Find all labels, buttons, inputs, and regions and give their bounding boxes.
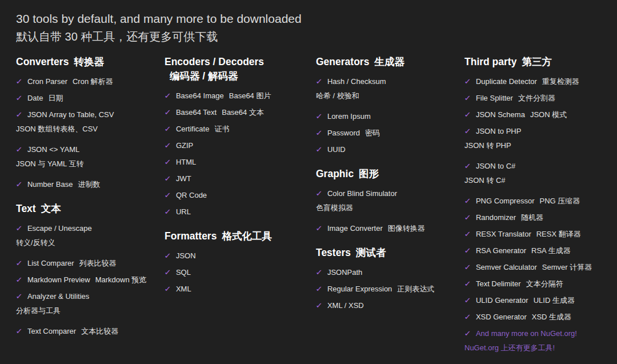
tool-item-html: ✓HTML (165, 155, 309, 169)
check-icon: ✓ (464, 107, 471, 122)
tool-item-gzip: ✓GZIP (165, 138, 309, 153)
tool-item-json-yaml: ✓JSON <> YAMLJSON 与 YAML 互转 (16, 142, 158, 171)
check-icon: ✓ (315, 265, 323, 279)
section-formatters: Formatters格式化工具✓JSON✓SQL✓XML (165, 229, 309, 296)
check-icon: ✓ (464, 293, 471, 307)
tool-item-randomizer: ✓Randomizer随机器 (464, 210, 601, 225)
tool-name-en: Base64 Image (176, 91, 224, 100)
tool-item-analyzer-utilities: ✓Analyzer & Utilities分析器与工具 (16, 289, 158, 318)
check-icon: ✓ (164, 155, 171, 169)
tool-item-xml: ✓XML (165, 282, 309, 296)
section-title-zh: 图形 (359, 168, 379, 179)
tool-item-json-schema: ✓JSON SchemaJSON 模式 (464, 107, 601, 122)
tool-name-en[interactable]: And many more on NuGet.org! (476, 329, 577, 338)
tool-name-en: Semver Calculator (476, 263, 537, 271)
tool-name-zh: 色盲模拟器 (316, 203, 353, 212)
tool-item-and-many-more-on-nuget-org[interactable]: ✓And many more on NuGet.org!NuGet.org 上还… (464, 326, 601, 355)
tool-name-zh: 重复检测器 (542, 77, 579, 86)
tool-name-zh: ULID 生成器 (534, 296, 575, 305)
tool-item-text-comparer: ✓Text Comparer文本比较器 (16, 324, 158, 338)
section-title: Third party第三方 (464, 55, 601, 69)
tool-item-password: ✓Password密码 (316, 126, 458, 140)
tool-name-en: JSONPath (327, 268, 362, 277)
check-icon: ✓ (464, 124, 471, 138)
check-icon: ✓ (464, 310, 471, 324)
tool-item-base64-text: ✓Base64 TextBase64 文本 (165, 105, 309, 119)
tool-name-en: Number Base (27, 180, 73, 189)
tool-name-en: Certificate (176, 125, 210, 133)
tool-item-hash-checksum: ✓Hash / Checksum哈希 / 校验和 (316, 74, 458, 103)
tool-item-json-to-php: ✓JSON to PHPJSON 转 PHP (464, 124, 601, 153)
tool-name-en: UUID (327, 145, 346, 154)
tool-name-en: Date (27, 94, 43, 102)
check-icon: ✓ (164, 188, 171, 202)
tool-name-en: GZIP (176, 141, 193, 150)
section-title-en: Encoders / Decoders (165, 56, 264, 67)
tool-item-resx-translator: ✓RESX TranslatorRESX 翻译器 (464, 227, 601, 241)
tools-column-2: Encoders / Decoders编码器 / 解码器✓Base64 Imag… (165, 55, 316, 361)
check-icon: ✓ (15, 256, 23, 270)
section-title-zh: 测试者 (356, 247, 386, 258)
tool-name-en: Escape / Unescape (27, 224, 92, 233)
tool-item-ulid-generator: ✓ULID GeneratorULID 生成器 (464, 293, 601, 307)
tool-name-en: HTML (176, 158, 196, 166)
tool-name-en: JSON (176, 251, 196, 260)
section-title-en: Third party (464, 56, 516, 67)
section-title: Text文本 (16, 202, 158, 216)
tool-name-zh: 文件分割器 (518, 94, 555, 102)
tool-name-en: JWT (176, 174, 191, 183)
tool-name-en: Regular Expression (327, 285, 392, 293)
tools-column-1: Converters转换器✓Cron ParserCron 解析器✓Date日期… (16, 55, 165, 361)
check-icon: ✓ (315, 109, 323, 123)
section-title: Generators生成器 (316, 55, 458, 69)
check-icon: ✓ (464, 74, 471, 89)
tool-name-zh: JSON 转 PHP (464, 141, 511, 150)
tool-name-zh: JSON 与 YAML 互转 (16, 159, 83, 168)
tools-grid: Converters转换器✓Cron ParserCron 解析器✓Date日期… (16, 55, 608, 361)
tool-item-xml-xsd: ✓XML / XSD (316, 298, 458, 313)
tool-name-en: RESX Translator (476, 230, 531, 238)
tool-item-png-compressor: ✓PNG CompressorPNG 压缩器 (464, 194, 601, 208)
tool-name-en: XML / XSD (327, 301, 364, 310)
tool-name-zh: Base64 图片 (229, 91, 271, 100)
tool-name-zh: Semver 计算器 (542, 263, 592, 271)
section-testers: Testers测试者✓JSONPath✓Regular Expression正则… (316, 246, 458, 313)
tool-item-date: ✓Date日期 (16, 91, 158, 105)
tool-name-en: Image Converter (327, 224, 383, 233)
check-icon: ✓ (315, 221, 323, 235)
tool-name-zh: 密码 (365, 129, 380, 137)
tool-name-zh: 哈希 / 校验和 (316, 91, 359, 100)
check-icon: ✓ (464, 277, 471, 291)
check-icon: ✓ (15, 324, 23, 338)
check-icon: ✓ (464, 227, 471, 241)
tool-name-en: URL (176, 207, 191, 216)
tool-name-en: PNG Compressor (476, 197, 535, 205)
section-encoders-decoders: Encoders / Decoders编码器 / 解码器✓Base64 Imag… (165, 55, 309, 219)
tool-name-zh[interactable]: NuGet.org 上还有更多工具! (464, 343, 555, 352)
check-icon: ✓ (315, 142, 323, 157)
section-title-zh: 第三方 (522, 56, 552, 67)
tool-item-rsa-generator: ✓RSA GeneratorRSA 生成器 (464, 243, 601, 258)
check-icon: ✓ (164, 205, 171, 219)
section-title: Encoders / Decoders编码器 / 解码器 (165, 55, 309, 83)
tool-name-zh: 证书 (214, 125, 229, 133)
check-icon: ✓ (164, 138, 171, 153)
tool-name-zh: 转义/反转义 (16, 238, 55, 247)
section-title-zh: 转换器 (74, 56, 104, 67)
section-title: Graphic图形 (316, 167, 458, 181)
check-icon: ✓ (15, 74, 23, 89)
tool-name-en: JSON Schema (476, 110, 525, 119)
section-title-zh: 生成器 (374, 56, 404, 67)
tool-item-duplicate-detector: ✓Duplicate Detector重复检测器 (464, 74, 601, 89)
tool-name-en: Randomizer (476, 213, 516, 222)
tool-name-en: ULID Generator (476, 296, 528, 305)
check-icon: ✓ (164, 105, 171, 119)
page-header: 30 tools by default, and many more to be… (16, 10, 608, 46)
tool-name-en: QR Code (176, 191, 207, 199)
check-icon: ✓ (464, 326, 471, 341)
tool-name-zh: 图像转换器 (388, 224, 425, 233)
tool-name-zh: 正则表达式 (397, 285, 434, 293)
check-icon: ✓ (315, 282, 323, 296)
tool-item-text-delimiter: ✓Text Delimiter文本分隔符 (464, 277, 601, 291)
check-icon: ✓ (15, 142, 23, 157)
